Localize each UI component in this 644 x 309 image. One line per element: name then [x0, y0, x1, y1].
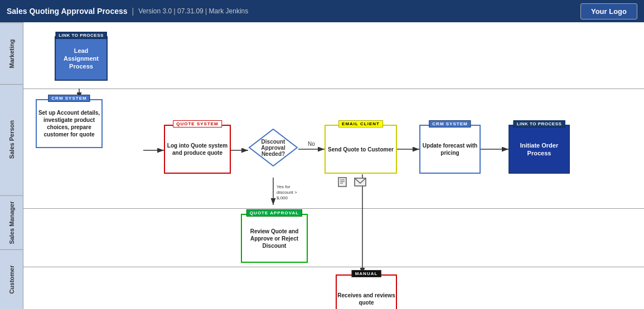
set-up-account-label: Set up Account details, investigate prod…	[37, 109, 101, 138]
receives-reviews-label: Receives and reviews quote	[337, 292, 396, 306]
svg-rect-14	[338, 178, 346, 187]
update-forecast-label: Update forecast with pricing	[420, 142, 480, 156]
svg-text:$,000: $,000	[277, 195, 288, 200]
svg-text:No: No	[308, 141, 315, 147]
set-up-account-node: CRM SYSTEM Set up Account details, inves…	[36, 99, 103, 148]
discount-approval-label: DiscountApprovalNeeded?	[254, 139, 293, 157]
document-email-icons	[337, 177, 366, 187]
svg-text:Yes for: Yes for	[277, 184, 290, 189]
quote-approval-label: QUOTE APPROVAL	[246, 209, 302, 217]
initiate-order-label: Initiate Order Process	[510, 141, 569, 158]
email-client-label: EMAIL CLIENT	[338, 120, 383, 127]
crm-system-label-1: CRM SYSTEM	[48, 95, 90, 102]
svg-text:discount >: discount >	[277, 190, 297, 195]
lane-divider-1	[23, 89, 644, 89]
review-quote-node: QUOTE APPROVAL Review Quote and Approve …	[241, 214, 308, 263]
log-into-quote-node: QUOTE SYSTEM Log into Quote system and p…	[164, 125, 231, 174]
lead-assignment-badge: LINK TO PROCESS	[55, 32, 107, 39]
lane-divider-2	[23, 208, 644, 209]
lane-sales-person: Sales Person	[0, 84, 23, 195]
lead-assignment-node: LINK TO PROCESS LeadAssignment Process	[55, 36, 108, 81]
swimlane-labels: Marketing Sales Person Sales Manager Cus…	[0, 22, 23, 309]
lane-divider-3	[23, 267, 644, 267]
review-quote-label: Review Quote and Approve or Reject Disco…	[242, 228, 307, 249]
email-icon	[354, 177, 366, 187]
initiate-order-node: LINK TO PROCESS Initiate Order Process	[509, 125, 570, 174]
update-forecast-node: CRM SYSTEM Update forecast with pricing	[419, 125, 481, 174]
document-icon	[337, 177, 350, 187]
logo: Your Logo	[580, 3, 637, 19]
manual-label: MANUAL	[352, 270, 381, 277]
lane-customer: Customer	[0, 249, 23, 309]
quote-system-label: QUOTE SYSTEM	[173, 120, 222, 127]
send-quote-node: EMAIL CLIENT Send Quote to Customer	[325, 125, 397, 174]
main-content: Marketing Sales Person Sales Manager Cus…	[0, 22, 644, 309]
page-header: Sales Quoting Approval Process | Version…	[0, 0, 644, 22]
header-meta: Version 3.0 | 07.31.09 | Mark Jenkins	[138, 7, 248, 15]
discount-approval-node: DiscountApprovalNeeded?	[248, 128, 298, 167]
receives-reviews-node: MANUAL Receives and reviews quote	[336, 274, 397, 309]
diagram-canvas: No Yes for discount > $,000 LINK TO PROC…	[23, 22, 644, 309]
lane-marketing: Marketing	[0, 22, 23, 84]
crm-system-label-2: CRM SYSTEM	[429, 120, 471, 127]
send-quote-label: Send Quote to Customer	[328, 146, 394, 153]
lead-assignment-label: LeadAssignment Process	[56, 47, 106, 71]
log-into-quote-label: Log into Quote system and produce quote	[165, 142, 230, 156]
lane-sales-manager: Sales Manager	[0, 195, 23, 250]
page-title: Sales Quoting Approval Process	[7, 7, 128, 16]
initiate-order-badge: LINK TO PROCESS	[514, 120, 565, 127]
